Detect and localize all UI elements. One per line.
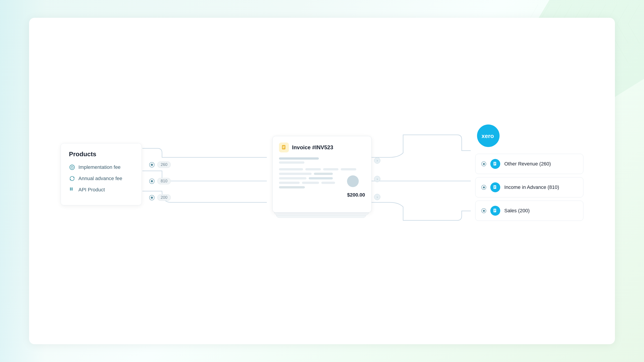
invoice-front: Invoice #INV523 xyxy=(272,136,372,213)
svg-point-38 xyxy=(71,166,73,168)
xero-radio-1 xyxy=(481,161,486,166)
invoice-title: Invoice #INV523 xyxy=(292,144,333,151)
svg-line-19 xyxy=(628,24,640,44)
skeleton-circle xyxy=(347,175,359,187)
product-radio-3: 200 xyxy=(149,194,171,201)
invoice-icon xyxy=(279,142,289,152)
badge-200: 200 xyxy=(157,194,171,201)
arrow-dot-2: › xyxy=(374,176,380,182)
svg-line-28 xyxy=(617,43,628,63)
xero-account-3: Sales (200) xyxy=(475,201,584,221)
xero-account-icon-2 xyxy=(490,182,500,192)
invoice-total: $200.00 xyxy=(279,192,365,198)
product-radio-2: 810 xyxy=(149,178,171,184)
xero-radio-2 xyxy=(481,185,486,190)
svg-line-18 xyxy=(617,24,628,44)
xero-logo: xero xyxy=(477,124,500,147)
xero-logo-svg: xero xyxy=(482,133,495,139)
xero-account-label-1: Other Revenue (260) xyxy=(504,161,551,167)
xero-radio-3 xyxy=(481,208,486,213)
xero-panel: xero Other Revenue (260) xyxy=(475,124,584,224)
svg-point-40 xyxy=(72,188,73,189)
invoice-card-container: Invoice #INV523 xyxy=(272,136,372,213)
xero-account-label-3: Sales (200) xyxy=(504,208,530,214)
svg-point-41 xyxy=(70,189,71,190)
product-item-1: Implementation fee xyxy=(69,164,134,170)
svg-text:xero: xero xyxy=(482,133,494,139)
arrow-dot-3: › xyxy=(374,194,380,200)
xero-account-1: Other Revenue (260) xyxy=(475,154,584,174)
svg-line-9 xyxy=(628,4,640,24)
product-label-1: Implementation fee xyxy=(78,164,134,170)
svg-line-8 xyxy=(617,4,628,24)
xero-account-icon-1 xyxy=(490,159,500,169)
product-label-3: API Product xyxy=(78,187,134,193)
main-card: Products Implementation fee xyxy=(29,18,615,344)
xero-account-2: Income in Advance (810) xyxy=(475,177,584,197)
badge-260: 260 xyxy=(157,161,171,168)
svg-point-42 xyxy=(72,189,73,190)
svg-point-39 xyxy=(70,188,71,189)
grid-icon xyxy=(69,187,75,193)
circle-outline-icon xyxy=(69,164,75,170)
arrow-dot-1: › xyxy=(374,157,380,164)
product-label-2: Annual advance fee xyxy=(78,176,134,181)
xero-account-label-2: Income in Advance (810) xyxy=(504,184,559,190)
svg-point-37 xyxy=(70,165,74,170)
products-title: Products xyxy=(69,151,134,158)
badge-810: 810 xyxy=(157,178,171,184)
product-radio-1: 260 xyxy=(149,161,171,168)
product-item-3: API Product xyxy=(69,187,134,193)
refresh-icon xyxy=(69,175,75,182)
product-item-2: Annual advance fee xyxy=(69,175,134,182)
products-panel: Products Implementation fee xyxy=(60,143,142,205)
xero-account-icon-3 xyxy=(490,206,500,216)
